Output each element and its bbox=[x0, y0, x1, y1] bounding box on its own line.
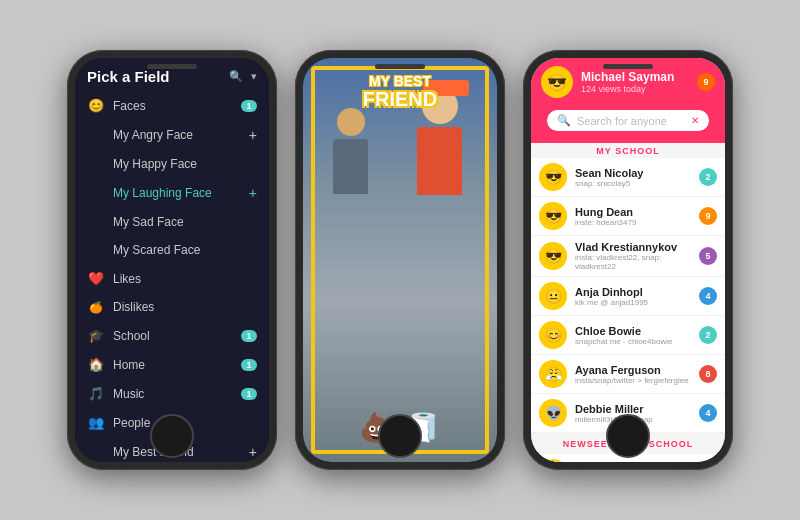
search-icon: 🔍 bbox=[557, 114, 571, 127]
item-text: Music bbox=[113, 387, 241, 401]
user-info: Michael Sayman 124 views today bbox=[581, 70, 689, 94]
avatar-emoji: 😊 bbox=[545, 327, 562, 343]
item-icon: ❤️ bbox=[87, 271, 105, 286]
contact-item[interactable]: 😎 Vlad Krestiannykov insta: vladkrest22,… bbox=[531, 236, 725, 277]
contact-badge: 2 bbox=[699, 168, 717, 186]
phone-3: 😎 Michael Sayman 124 views today 9 🔍 Sea… bbox=[523, 50, 733, 470]
list-item[interactable]: My Laughing Face + bbox=[75, 178, 269, 208]
list-item[interactable]: My Best Friend + bbox=[75, 437, 269, 462]
item-text: Dislikes bbox=[113, 300, 257, 314]
item-icon: 🍊 bbox=[87, 301, 105, 314]
contact-avatar: 😎 bbox=[539, 242, 567, 270]
contact-badge: 8 bbox=[699, 365, 717, 383]
avatar-emoji: 😤 bbox=[545, 366, 562, 382]
list-item[interactable]: 😊 Faces 1 bbox=[75, 91, 269, 120]
section-label-newseed: NEWSEED HIGH SCHOOL bbox=[531, 436, 725, 452]
phone1-title: Pick a Field bbox=[87, 68, 170, 85]
item-text: Likes bbox=[113, 272, 257, 286]
phone1-header-icons: 🔍 ▾ bbox=[229, 70, 257, 83]
contact-avatar: 😎 bbox=[539, 163, 567, 191]
contact-item[interactable]: 😊 Jonathan Dann musically: jdann344 6 bbox=[531, 454, 725, 462]
contact-item[interactable]: 😊 Chloe Bowie snapchat me - chloe4bowie … bbox=[531, 316, 725, 355]
contact-info: Sean Nicolay snap: snicolay5 bbox=[575, 167, 691, 188]
snap-frame bbox=[311, 66, 489, 454]
contact-item[interactable]: 😐 Anja Dinhopl kik me @ anjad1995 4 bbox=[531, 277, 725, 316]
phone-3-screen: 😎 Michael Sayman 124 views today 9 🔍 Sea… bbox=[531, 58, 725, 462]
phone1-list: 😊 Faces 1 My Angry Face + My Happy Face bbox=[75, 91, 269, 462]
search-wrapper: 🔍 Search for anyone ✕ bbox=[531, 104, 725, 143]
contact-info: Ayana Ferguson insta/snap/twitter > ferg… bbox=[575, 364, 691, 385]
phone-1: Pick a Field 🔍 ▾ 😊 Faces 1 bbox=[67, 50, 277, 470]
contacts-list: 😎 Sean Nicolay snap: snicolay5 2 😎 Hung … bbox=[531, 158, 725, 462]
contact-name: Vlad Krestiannykov bbox=[575, 241, 691, 253]
chevron-down-icon[interactable]: ▾ bbox=[251, 70, 257, 83]
item-text: My Happy Face bbox=[113, 157, 257, 171]
item-text: My Angry Face bbox=[113, 128, 249, 142]
list-item[interactable]: 🎓 School 1 bbox=[75, 321, 269, 350]
contact-info: Debbie Miller millermill3r13 on snap bbox=[575, 403, 691, 424]
list-item[interactable]: ❤️ Likes bbox=[75, 264, 269, 293]
avatar-emoji: 😐 bbox=[545, 288, 562, 304]
list-item[interactable]: My Scared Face bbox=[75, 236, 269, 264]
contact-sub: snapchat me - chloe4bowie bbox=[575, 337, 691, 346]
avatar-emoji: 👽 bbox=[545, 405, 562, 421]
title-line1: MY BEST bbox=[363, 74, 437, 89]
social-content: 😎 Michael Sayman 124 views today 9 🔍 Sea… bbox=[531, 58, 725, 462]
contact-sub: millermill3r13 on snap bbox=[575, 415, 691, 424]
notification-badge: 9 bbox=[697, 73, 715, 91]
contact-name: Ayana Ferguson bbox=[575, 364, 691, 376]
poop-emoji: 💩 bbox=[359, 411, 394, 444]
contact-avatar: 😎 bbox=[539, 202, 567, 230]
item-text: People bbox=[113, 416, 257, 430]
contact-avatar: 😤 bbox=[539, 360, 567, 388]
contact-sub: insta/snap/twitter > fergiefergiee bbox=[575, 376, 691, 385]
paper-emoji: 🧻 bbox=[406, 411, 441, 444]
contact-item[interactable]: 😎 Hung Dean inste: hdean3479 9 bbox=[531, 197, 725, 236]
contact-name: Debbie Miller bbox=[575, 403, 691, 415]
item-text: Home bbox=[113, 358, 241, 372]
contact-avatar: 😊 bbox=[539, 459, 567, 462]
list-item[interactable]: 🍊 Dislikes bbox=[75, 293, 269, 321]
view-count: 124 views today bbox=[581, 84, 689, 94]
contact-info: Hung Dean inste: hdean3479 bbox=[575, 206, 691, 227]
add-icon[interactable]: + bbox=[249, 444, 257, 460]
contact-item[interactable]: 😤 Ayana Ferguson insta/snap/twitter > fe… bbox=[531, 355, 725, 394]
list-item[interactable]: My Sad Face bbox=[75, 208, 269, 236]
user-avatar: 😎 bbox=[541, 66, 573, 98]
item-badge: 1 bbox=[241, 388, 257, 400]
phone1-content: Pick a Field 🔍 ▾ 😊 Faces 1 bbox=[75, 58, 269, 462]
snap-content: MY BEST FRIEND 💩 🧻 bbox=[303, 58, 497, 462]
item-icon: 🎓 bbox=[87, 328, 105, 343]
list-item[interactable]: 🎵 Music 1 bbox=[75, 379, 269, 408]
contact-item[interactable]: 😎 Sean Nicolay snap: snicolay5 2 bbox=[531, 158, 725, 197]
close-icon: ✕ bbox=[691, 115, 699, 126]
item-icon: 🏠 bbox=[87, 357, 105, 372]
title-line2: FRIEND bbox=[363, 89, 437, 109]
avatar-emoji: 😎 bbox=[545, 248, 562, 264]
search-bar[interactable]: 🔍 Search for anyone ✕ bbox=[547, 110, 709, 131]
contact-item[interactable]: 👽 Debbie Miller millermill3r13 on snap 4 bbox=[531, 394, 725, 433]
add-icon[interactable]: + bbox=[249, 127, 257, 143]
contact-info: Vlad Krestiannykov insta: vladkrest22, s… bbox=[575, 241, 691, 271]
list-item[interactable]: 🏠 Home 1 bbox=[75, 350, 269, 379]
phones-container: Pick a Field 🔍 ▾ 😊 Faces 1 bbox=[57, 40, 743, 480]
list-item[interactable]: 👥 People bbox=[75, 408, 269, 437]
search-icon[interactable]: 🔍 bbox=[229, 70, 243, 83]
avatar-emoji: 😎 bbox=[545, 208, 562, 224]
contact-badge: 9 bbox=[699, 207, 717, 225]
contact-sub: inste: hdean3479 bbox=[575, 218, 691, 227]
add-icon[interactable]: + bbox=[249, 185, 257, 201]
item-badge: 1 bbox=[241, 100, 257, 112]
contact-avatar: 👽 bbox=[539, 399, 567, 427]
item-text: Faces bbox=[113, 99, 241, 113]
contact-sub: kik me @ anjad1995 bbox=[575, 298, 691, 307]
item-icon: 👥 bbox=[87, 415, 105, 430]
item-icon: 🎵 bbox=[87, 386, 105, 401]
phone-1-screen: Pick a Field 🔍 ▾ 😊 Faces 1 bbox=[75, 58, 269, 462]
contact-name: Sean Nicolay bbox=[575, 167, 691, 179]
contact-avatar: 😊 bbox=[539, 321, 567, 349]
list-item[interactable]: My Angry Face + bbox=[75, 120, 269, 150]
item-text: My Best Friend bbox=[113, 445, 249, 459]
list-item[interactable]: My Happy Face bbox=[75, 150, 269, 178]
item-text: My Scared Face bbox=[113, 243, 257, 257]
